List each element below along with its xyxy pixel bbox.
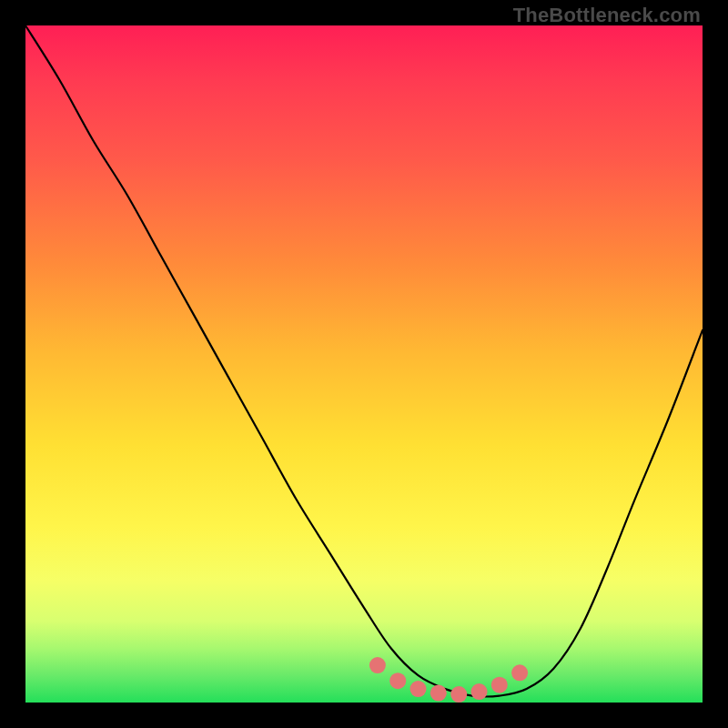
marker-dot [471, 683, 488, 700]
curve-svg [25, 25, 703, 703]
marker-dot [410, 681, 427, 697]
chart-frame: TheBottleneck.com [0, 0, 728, 728]
marker-dot [511, 664, 528, 681]
marker-dot [430, 685, 447, 702]
marker-dot [389, 672, 406, 689]
bottleneck-curve [25, 25, 703, 697]
marker-dot [369, 657, 386, 673]
plot-area [25, 25, 703, 703]
watermark-text: TheBottleneck.com [513, 4, 701, 27]
marker-dot [450, 686, 467, 703]
marker-dot [491, 677, 508, 693]
